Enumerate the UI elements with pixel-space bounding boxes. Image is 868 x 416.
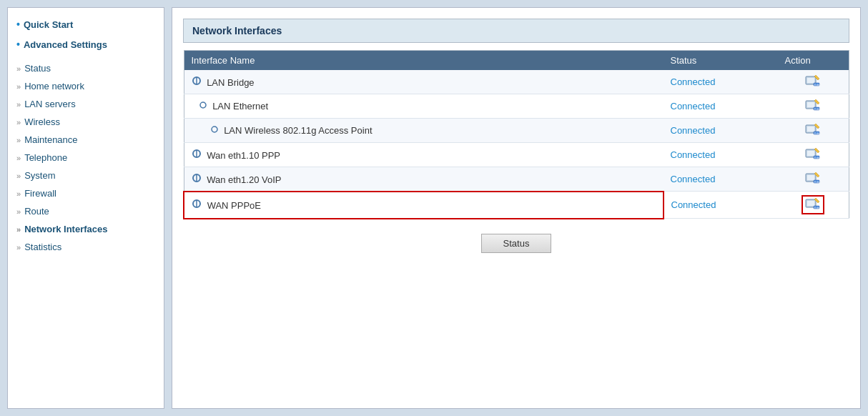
edit-button[interactable]: Edit: [803, 98, 823, 114]
svg-text:Edit: Edit: [814, 206, 820, 209]
sidebar-item-maintenance[interactable]: » Maintenance: [8, 131, 164, 149]
quick-start-icon: •: [16, 19, 20, 30]
status-cell: Connected: [664, 167, 778, 192]
interface-icon: [192, 173, 202, 185]
arrow-icon: »: [16, 118, 21, 127]
table-row-wan-pppoe: WAN PPPoE Connected Edit: [184, 192, 849, 219]
svg-rect-30: [807, 175, 814, 180]
sidebar-item-advanced-settings[interactable]: • Advanced Settings: [8, 35, 164, 54]
arrow-icon: »: [16, 154, 21, 162]
table-row: LAN Wireless 802.11g Access Point Connec…: [184, 119, 849, 143]
svg-text:Edit: Edit: [814, 180, 820, 184]
sidebar-label: Wireless: [24, 117, 60, 127]
sidebar-item-network-interfaces[interactable]: » Network Interfaces: [8, 220, 164, 238]
sidebar-item-telephone[interactable]: » Telephone: [8, 149, 164, 167]
svg-rect-23: [807, 151, 814, 156]
status-cell: Connected: [664, 94, 778, 119]
status-cell: Connected: [664, 70, 778, 94]
sidebar-item-quick-start[interactable]: • Quick Start: [8, 15, 164, 34]
sidebar-label: Status: [24, 63, 51, 74]
svg-rect-3: [807, 78, 814, 83]
edit-button[interactable]: Edit: [803, 122, 823, 139]
interface-name-cell: LAN Bridge: [184, 70, 664, 94]
interface-icon: [210, 125, 219, 136]
arrow-icon: »: [16, 225, 21, 234]
col-action: Action: [778, 51, 849, 71]
arrow-icon: »: [16, 100, 21, 109]
interface-name: Wan eth1.10 PPP: [207, 150, 280, 161]
sidebar-item-lan-servers[interactable]: » LAN servers: [8, 95, 164, 113]
sidebar-item-statistics[interactable]: » Statistics: [8, 238, 164, 256]
sidebar-label: System: [24, 170, 55, 181]
sidebar-label: Home network: [24, 81, 84, 91]
interface-name-cell: LAN Wireless 802.11g Access Point: [184, 119, 664, 143]
sidebar-label: LAN servers: [24, 99, 76, 109]
interface-name: Wan eth1.20 VoIP: [207, 174, 281, 185]
edit-button-highlighted[interactable]: Edit: [802, 195, 824, 214]
sidebar-item-wireless[interactable]: » Wireless: [8, 113, 164, 131]
network-interfaces-table: Interface Name Status Action LAN Bridge …: [183, 50, 849, 219]
svg-rect-16: [807, 127, 814, 132]
action-cell: Edit: [778, 192, 849, 219]
action-cell: Edit: [778, 119, 849, 143]
col-interface-name: Interface Name: [184, 51, 664, 71]
interface-icon: [192, 199, 202, 211]
sidebar-item-status[interactable]: » Status: [8, 59, 164, 77]
sidebar-item-firewall[interactable]: » Firewall: [8, 184, 164, 202]
sidebar-label: Telephone: [24, 152, 67, 163]
sidebar-label: Statistics: [24, 242, 61, 252]
status-cell: Connected: [664, 192, 778, 219]
action-cell: Edit: [778, 167, 849, 192]
sidebar-item-route[interactable]: » Route: [8, 202, 164, 220]
interface-name-cell: Wan eth1.10 PPP: [184, 143, 664, 167]
edit-button[interactable]: Edit: [803, 171, 823, 187]
table-row: Wan eth1.20 VoIP Connected Edit: [184, 167, 849, 192]
interface-icon: [192, 76, 202, 88]
arrow-icon: »: [16, 172, 21, 180]
advanced-settings-label: Advanced Settings: [24, 39, 107, 50]
sidebar: • Quick Start • Advanced Settings » Stat…: [7, 7, 164, 409]
arrow-icon: »: [16, 207, 21, 216]
interface-name: LAN Bridge: [207, 77, 254, 88]
edit-button[interactable]: Edit: [803, 147, 823, 163]
section-title: Network Interfaces: [183, 19, 849, 43]
svg-rect-37: [807, 201, 814, 206]
table-row: LAN Bridge Connected Edit: [184, 70, 849, 94]
interface-icon: [199, 101, 207, 112]
svg-rect-10: [807, 102, 814, 107]
quick-start-label: Quick Start: [24, 19, 73, 30]
arrow-icon: »: [16, 136, 21, 144]
svg-point-8: [200, 102, 206, 108]
edit-button[interactable]: Edit: [803, 74, 823, 90]
action-cell: Edit: [778, 70, 849, 94]
arrow-icon: »: [16, 243, 21, 252]
svg-text:Edit: Edit: [814, 156, 820, 159]
status-cell: Connected: [664, 143, 778, 167]
status-button-row: Status: [183, 234, 849, 253]
interface-name: LAN Ethernet: [212, 101, 268, 112]
arrow-icon: »: [16, 82, 21, 91]
action-cell: Edit: [778, 94, 849, 119]
sidebar-item-system[interactable]: » System: [8, 167, 164, 184]
sidebar-label: Route: [24, 206, 49, 217]
interface-name-cell: LAN Ethernet: [184, 94, 664, 119]
arrow-icon: »: [16, 64, 21, 73]
interface-icon: [192, 149, 202, 161]
sidebar-label: Network Interfaces: [24, 224, 107, 234]
table-header-row: Interface Name Status Action: [184, 51, 849, 71]
sidebar-item-home-network[interactable]: » Home network: [8, 77, 164, 95]
status-button[interactable]: Status: [481, 234, 552, 253]
sidebar-label: Maintenance: [24, 134, 77, 145]
table-row: Wan eth1.10 PPP Connected Edit: [184, 143, 849, 167]
advanced-settings-icon: •: [16, 39, 20, 50]
svg-point-14: [212, 127, 217, 132]
interface-name: WAN PPPoE: [207, 200, 261, 211]
main-content: Network Interfaces Interface Name Status…: [172, 7, 861, 409]
svg-text:Edit: Edit: [814, 132, 820, 135]
svg-text:Edit: Edit: [814, 107, 820, 111]
sidebar-label: Firewall: [24, 188, 56, 199]
svg-text:Edit: Edit: [814, 83, 820, 86]
arrow-icon: »: [16, 189, 21, 198]
col-status: Status: [664, 51, 778, 71]
interface-name-cell: WAN PPPoE: [184, 192, 664, 219]
